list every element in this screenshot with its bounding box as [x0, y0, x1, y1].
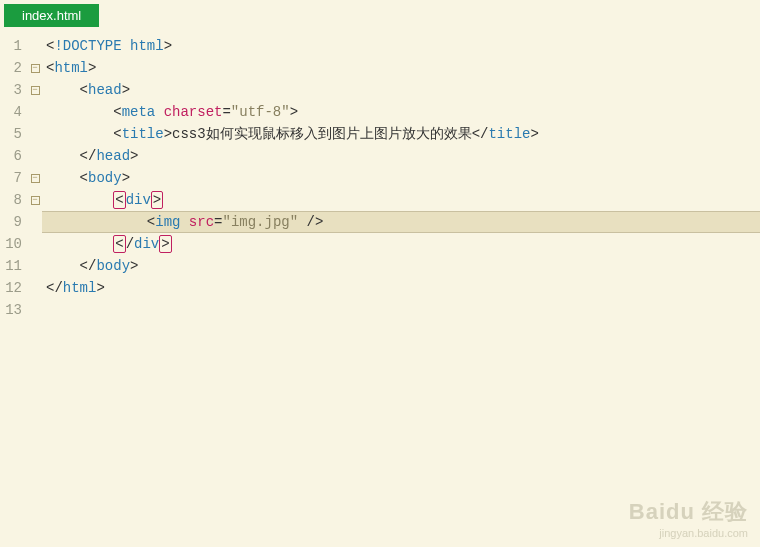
- line-number: 10: [0, 233, 28, 255]
- line-number: 12: [0, 277, 28, 299]
- code-line: <meta charset="utf-8">: [42, 101, 760, 123]
- line-number: 9: [0, 211, 28, 233]
- code-line: <body>: [42, 167, 760, 189]
- code-line: <div>: [42, 189, 760, 211]
- fold-marker: [28, 233, 42, 255]
- fold-marker[interactable]: −: [28, 79, 42, 101]
- code-editor[interactable]: 1 2 3 4 5 6 7 8 9 10 11 12 13 − − − − <!…: [0, 27, 760, 547]
- line-number: 4: [0, 101, 28, 123]
- code-line: </html>: [42, 277, 760, 299]
- code-line: <!DOCTYPE html>: [42, 35, 760, 57]
- tab-bar: index.html: [0, 0, 760, 27]
- fold-marker[interactable]: −: [28, 167, 42, 189]
- fold-marker: [28, 299, 42, 321]
- code-line: <title>css3如何实现鼠标移入到图片上图片放大的效果</title>: [42, 123, 760, 145]
- line-number: 8: [0, 189, 28, 211]
- fold-marker: [28, 211, 42, 233]
- fold-marker: [28, 123, 42, 145]
- code-area[interactable]: <!DOCTYPE html> <html> <head> <meta char…: [42, 27, 760, 547]
- file-tab[interactable]: index.html: [4, 4, 99, 27]
- line-number: 3: [0, 79, 28, 101]
- fold-marker: [28, 145, 42, 167]
- line-number: 1: [0, 35, 28, 57]
- line-number: 5: [0, 123, 28, 145]
- fold-marker: [28, 101, 42, 123]
- fold-marker: [28, 255, 42, 277]
- fold-marker: [28, 35, 42, 57]
- fold-marker[interactable]: −: [28, 189, 42, 211]
- line-number: 11: [0, 255, 28, 277]
- line-number: 6: [0, 145, 28, 167]
- line-number: 2: [0, 57, 28, 79]
- line-number: 13: [0, 299, 28, 321]
- code-line: </head>: [42, 145, 760, 167]
- fold-marker: [28, 277, 42, 299]
- code-line-active: <img src="img.jpg" />: [42, 211, 760, 233]
- fold-column: − − − −: [28, 27, 42, 547]
- code-line: <html>: [42, 57, 760, 79]
- line-number: 7: [0, 167, 28, 189]
- code-line: </div>: [42, 233, 760, 255]
- code-line: <head>: [42, 79, 760, 101]
- code-line: </body>: [42, 255, 760, 277]
- code-line: [42, 299, 760, 321]
- fold-marker[interactable]: −: [28, 57, 42, 79]
- line-numbers: 1 2 3 4 5 6 7 8 9 10 11 12 13: [0, 27, 28, 547]
